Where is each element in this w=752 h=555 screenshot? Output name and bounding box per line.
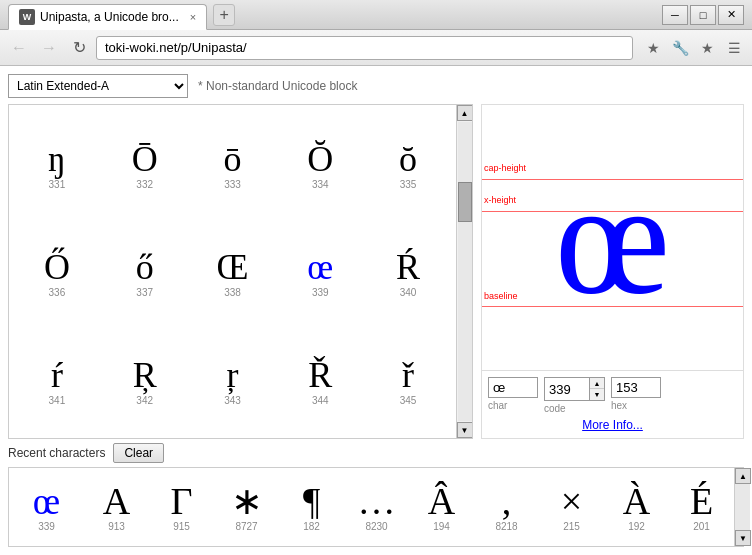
recent-char-symbol: , — [502, 482, 512, 520]
char-field: char — [488, 377, 538, 414]
char-code: 332 — [136, 179, 153, 190]
recent-scroll-up[interactable]: ▲ — [735, 468, 751, 484]
active-tab[interactable]: W Unipasta, a Unicode bro... × — [8, 4, 207, 30]
reload-button[interactable]: ↻ — [66, 35, 92, 61]
recent-scroll-down[interactable]: ▼ — [735, 530, 751, 546]
char-code: 341 — [49, 395, 66, 406]
window-titlebar: W Unipasta, a Unicode bro... × + ─ □ ✕ — [0, 0, 752, 30]
char-code: 338 — [224, 287, 241, 298]
tab-close-button[interactable]: × — [190, 11, 196, 23]
recent-char-symbol: × — [561, 482, 582, 520]
char-cell-340[interactable]: Ŕ340 — [364, 217, 452, 325]
char-code: 340 — [400, 287, 417, 298]
close-button[interactable]: ✕ — [718, 5, 744, 25]
char-cell-338[interactable]: Œ338 — [189, 217, 277, 325]
more-info-link[interactable]: More Info... — [488, 418, 737, 432]
recent-char-code: 182 — [303, 521, 320, 532]
recent-char-8230[interactable]: …8230 — [344, 468, 409, 546]
recent-char-symbol: ∗ — [231, 482, 263, 520]
right-panel: cap-height x-height œ baseline char — [481, 104, 744, 439]
tab-favicon: W — [19, 9, 35, 25]
code-field: ▲ ▼ code — [544, 377, 605, 414]
recent-chars-area: œ339Α913Γ915∗8727¶182…8230Â194,8218×215À… — [8, 467, 744, 547]
recent-char-code: 8230 — [365, 521, 387, 532]
extension-icon-2[interactable]: ★ — [695, 36, 719, 60]
extension-icon-1[interactable]: 🔧 — [668, 36, 692, 60]
char-symbol: Ő — [44, 249, 70, 285]
clear-button[interactable]: Clear — [113, 443, 164, 463]
char-code: 339 — [312, 287, 329, 298]
new-tab-button[interactable]: + — [213, 4, 235, 26]
recent-scrollbar: ▲ ▼ — [734, 468, 750, 546]
block-select[interactable]: Latin Extended-A — [8, 74, 188, 98]
maximize-button[interactable]: □ — [690, 5, 716, 25]
recent-char-915[interactable]: Γ915 — [149, 468, 214, 546]
cap-height-label: cap-height — [484, 163, 526, 173]
char-code: 334 — [312, 179, 329, 190]
char-symbol: ŗ — [226, 357, 238, 393]
scroll-up-arrow[interactable]: ▲ — [457, 105, 473, 121]
char-cell-333[interactable]: ō333 — [189, 109, 277, 217]
hex-input[interactable] — [611, 377, 661, 398]
char-cell-342[interactable]: Ŗ342 — [101, 326, 189, 434]
code-input[interactable] — [545, 380, 589, 399]
char-cell-344[interactable]: Ř344 — [276, 326, 364, 434]
recent-char-symbol: Â — [428, 482, 455, 520]
spin-up-button[interactable]: ▲ — [590, 378, 604, 389]
char-code: 337 — [136, 287, 153, 298]
back-button[interactable]: ← — [6, 35, 32, 61]
recent-char-code: 8727 — [235, 521, 257, 532]
tab-title: Unipasta, a Unicode bro... — [40, 10, 179, 24]
char-code: 331 — [49, 179, 66, 190]
recent-char-code: 913 — [108, 521, 125, 532]
recent-header: Recent characters Clear — [8, 443, 744, 463]
minimize-button[interactable]: ─ — [662, 5, 688, 25]
char-cell-335[interactable]: ŏ335 — [364, 109, 452, 217]
page-content: Latin Extended-A * Non-standard Unicode … — [0, 66, 752, 555]
code-label: code — [544, 403, 605, 414]
recent-char-8218[interactable]: ,8218 — [474, 468, 539, 546]
char-cell-334[interactable]: Ŏ334 — [276, 109, 364, 217]
recent-char-code: 215 — [563, 521, 580, 532]
recent-section: Recent characters Clear œ339Α913Γ915∗872… — [8, 443, 744, 547]
char-preview-area: cap-height x-height œ baseline — [482, 105, 743, 370]
scroll-down-arrow[interactable]: ▼ — [457, 422, 473, 438]
recent-char-182[interactable]: ¶182 — [279, 468, 344, 546]
recent-char-339[interactable]: œ339 — [9, 468, 84, 546]
recent-char-code: 194 — [433, 521, 450, 532]
x-height-label: x-height — [484, 195, 516, 205]
char-cell-345[interactable]: ř345 — [364, 326, 452, 434]
recent-char-201[interactable]: É201 — [669, 468, 734, 546]
recent-char-8727[interactable]: ∗8727 — [214, 468, 279, 546]
char-cell-331[interactable]: ŋ331 — [13, 109, 101, 217]
hex-label: hex — [611, 400, 661, 411]
browser-toolbar: ← → ↻ toki-woki.net/p/Unipasta/ ★ 🔧 ★ ☰ — [0, 30, 752, 66]
char-label: char — [488, 400, 538, 411]
forward-button[interactable]: → — [36, 35, 62, 61]
char-symbol: ŕ — [51, 357, 63, 393]
char-cell-332[interactable]: Ō332 — [101, 109, 189, 217]
char-input[interactable] — [488, 377, 538, 398]
char-code: 343 — [224, 395, 241, 406]
address-bar[interactable]: toki-woki.net/p/Unipasta/ — [96, 36, 633, 60]
spinbox-arrows: ▲ ▼ — [589, 378, 604, 400]
char-code: 342 — [136, 395, 153, 406]
recent-char-194[interactable]: Â194 — [409, 468, 474, 546]
char-cell-337[interactable]: ő337 — [101, 217, 189, 325]
bookmark-star-icon[interactable]: ★ — [641, 36, 665, 60]
recent-char-192[interactable]: À192 — [604, 468, 669, 546]
char-code: 345 — [400, 395, 417, 406]
char-symbol: Ŏ — [307, 141, 333, 177]
recent-char-215[interactable]: ×215 — [539, 468, 604, 546]
spin-down-button[interactable]: ▼ — [590, 389, 604, 400]
scroll-track — [458, 122, 472, 421]
menu-icon[interactable]: ☰ — [722, 36, 746, 60]
char-cell-339[interactable]: œ339 — [276, 217, 364, 325]
char-cell-343[interactable]: ŗ343 — [189, 326, 277, 434]
char-symbol: œ — [307, 249, 333, 285]
recent-char-913[interactable]: Α913 — [84, 468, 149, 546]
grid-scrollbar: ▲ ▼ — [456, 105, 472, 438]
char-cell-341[interactable]: ŕ341 — [13, 326, 101, 434]
scroll-thumb[interactable] — [458, 182, 472, 222]
char-cell-336[interactable]: Ő336 — [13, 217, 101, 325]
